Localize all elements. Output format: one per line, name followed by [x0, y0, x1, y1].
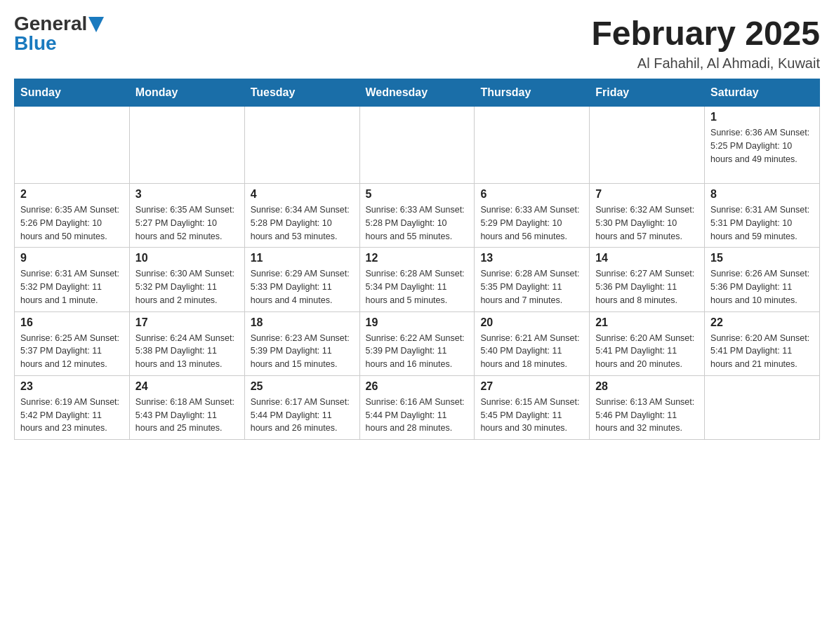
day-number: 25 — [251, 380, 354, 393]
day-number: 7 — [595, 188, 699, 201]
day-info: Sunrise: 6:13 AM Sunset: 5:46 PM Dayligh… — [595, 396, 699, 435]
calendar-day-cell: 26Sunrise: 6:16 AM Sunset: 5:44 PM Dayli… — [359, 375, 475, 439]
day-info: Sunrise: 6:35 AM Sunset: 5:27 PM Dayligh… — [135, 203, 239, 243]
logo: General Blue — [14, 14, 104, 53]
weekday-header-sunday: Sunday — [15, 79, 130, 107]
day-info: Sunrise: 6:28 AM Sunset: 5:34 PM Dayligh… — [366, 267, 469, 307]
calendar-day-cell — [590, 107, 705, 184]
day-number: 24 — [135, 380, 239, 393]
day-info: Sunrise: 6:33 AM Sunset: 5:28 PM Dayligh… — [366, 203, 469, 243]
calendar-day-cell: 16Sunrise: 6:25 AM Sunset: 5:37 PM Dayli… — [15, 311, 130, 375]
calendar-day-cell — [475, 107, 590, 184]
day-number: 6 — [480, 188, 583, 201]
calendar-day-cell: 3Sunrise: 6:35 AM Sunset: 5:27 PM Daylig… — [129, 184, 244, 248]
day-info: Sunrise: 6:29 AM Sunset: 5:33 PM Dayligh… — [251, 267, 354, 307]
day-number: 13 — [480, 252, 583, 264]
calendar-day-cell: 28Sunrise: 6:13 AM Sunset: 5:46 PM Dayli… — [590, 375, 705, 439]
calendar-day-cell: 17Sunrise: 6:24 AM Sunset: 5:38 PM Dayli… — [129, 311, 244, 375]
calendar-day-cell: 13Sunrise: 6:28 AM Sunset: 5:35 PM Dayli… — [475, 248, 590, 311]
day-number: 21 — [595, 316, 699, 329]
day-number: 15 — [710, 252, 814, 264]
day-info: Sunrise: 6:19 AM Sunset: 5:42 PM Dayligh… — [20, 396, 124, 435]
day-number: 17 — [135, 316, 239, 329]
calendar-subtitle: Al Fahahil, Al Ahmadi, Kuwait — [591, 55, 820, 72]
day-info: Sunrise: 6:15 AM Sunset: 5:45 PM Dayligh… — [480, 396, 583, 435]
calendar-day-cell: 23Sunrise: 6:19 AM Sunset: 5:42 PM Dayli… — [15, 375, 130, 439]
calendar-day-cell: 18Sunrise: 6:23 AM Sunset: 5:39 PM Dayli… — [244, 311, 359, 375]
title-area: February 2025 Al Fahahil, Al Ahmadi, Kuw… — [591, 14, 820, 72]
weekday-header-row: SundayMondayTuesdayWednesdayThursdayFrid… — [15, 79, 820, 107]
day-info: Sunrise: 6:27 AM Sunset: 5:36 PM Dayligh… — [595, 267, 699, 307]
day-number: 26 — [366, 380, 469, 393]
day-number: 20 — [480, 316, 583, 329]
calendar-title: February 2025 — [591, 14, 820, 53]
weekday-header-monday: Monday — [129, 79, 244, 107]
calendar-day-cell: 6Sunrise: 6:33 AM Sunset: 5:29 PM Daylig… — [475, 184, 590, 248]
weekday-header-saturday: Saturday — [705, 79, 820, 107]
calendar-day-cell: 8Sunrise: 6:31 AM Sunset: 5:31 PM Daylig… — [705, 184, 820, 248]
weekday-header-wednesday: Wednesday — [359, 79, 475, 107]
calendar-day-cell: 4Sunrise: 6:34 AM Sunset: 5:28 PM Daylig… — [244, 184, 359, 248]
day-info: Sunrise: 6:22 AM Sunset: 5:39 PM Dayligh… — [366, 332, 469, 371]
calendar-day-cell — [359, 107, 475, 184]
calendar-day-cell: 15Sunrise: 6:26 AM Sunset: 5:36 PM Dayli… — [705, 248, 820, 311]
calendar-day-cell: 2Sunrise: 6:35 AM Sunset: 5:26 PM Daylig… — [15, 184, 130, 248]
calendar-header: SundayMondayTuesdayWednesdayThursdayFrid… — [15, 79, 820, 107]
day-info: Sunrise: 6:33 AM Sunset: 5:29 PM Dayligh… — [480, 203, 583, 243]
day-info: Sunrise: 6:36 AM Sunset: 5:25 PM Dayligh… — [710, 126, 814, 166]
day-info: Sunrise: 6:21 AM Sunset: 5:40 PM Dayligh… — [480, 332, 583, 371]
calendar-day-cell: 7Sunrise: 6:32 AM Sunset: 5:30 PM Daylig… — [590, 184, 705, 248]
calendar-week-row: 2Sunrise: 6:35 AM Sunset: 5:26 PM Daylig… — [15, 184, 820, 248]
day-info: Sunrise: 6:32 AM Sunset: 5:30 PM Dayligh… — [595, 203, 699, 243]
day-number: 8 — [710, 188, 814, 201]
day-info: Sunrise: 6:20 AM Sunset: 5:41 PM Dayligh… — [595, 332, 699, 371]
calendar-day-cell: 22Sunrise: 6:20 AM Sunset: 5:41 PM Dayli… — [705, 311, 820, 375]
day-number: 22 — [710, 316, 814, 329]
calendar-day-cell — [705, 375, 820, 439]
day-number: 28 — [595, 380, 699, 393]
day-info: Sunrise: 6:34 AM Sunset: 5:28 PM Dayligh… — [251, 203, 354, 243]
calendar-week-row: 9Sunrise: 6:31 AM Sunset: 5:32 PM Daylig… — [15, 248, 820, 311]
weekday-header-friday: Friday — [590, 79, 705, 107]
calendar-day-cell: 1Sunrise: 6:36 AM Sunset: 5:25 PM Daylig… — [705, 107, 820, 184]
day-number: 27 — [480, 380, 583, 393]
day-number: 2 — [20, 188, 124, 201]
day-info: Sunrise: 6:31 AM Sunset: 5:31 PM Dayligh… — [710, 203, 814, 243]
calendar-week-row: 16Sunrise: 6:25 AM Sunset: 5:37 PM Dayli… — [15, 311, 820, 375]
day-number: 23 — [20, 380, 124, 393]
calendar-day-cell — [129, 107, 244, 184]
day-info: Sunrise: 6:17 AM Sunset: 5:44 PM Dayligh… — [251, 396, 354, 435]
calendar-body: 1Sunrise: 6:36 AM Sunset: 5:25 PM Daylig… — [15, 107, 820, 440]
calendar-day-cell: 19Sunrise: 6:22 AM Sunset: 5:39 PM Dayli… — [359, 311, 475, 375]
calendar-day-cell — [244, 107, 359, 184]
day-number: 3 — [135, 188, 239, 201]
day-number: 5 — [366, 188, 469, 201]
calendar-day-cell: 24Sunrise: 6:18 AM Sunset: 5:43 PM Dayli… — [129, 375, 244, 439]
day-number: 12 — [366, 252, 469, 264]
day-number: 11 — [251, 252, 354, 264]
day-number: 18 — [251, 316, 354, 329]
day-info: Sunrise: 6:18 AM Sunset: 5:43 PM Dayligh… — [135, 396, 239, 435]
page-header: General Blue February 2025 Al Fahahil, A… — [14, 14, 820, 72]
calendar-table: SundayMondayTuesdayWednesdayThursdayFrid… — [14, 79, 820, 440]
calendar-day-cell: 12Sunrise: 6:28 AM Sunset: 5:34 PM Dayli… — [359, 248, 475, 311]
calendar-day-cell: 11Sunrise: 6:29 AM Sunset: 5:33 PM Dayli… — [244, 248, 359, 311]
day-info: Sunrise: 6:24 AM Sunset: 5:38 PM Dayligh… — [135, 332, 239, 371]
logo-triangle-icon — [88, 17, 104, 32]
day-number: 14 — [595, 252, 699, 264]
day-info: Sunrise: 6:16 AM Sunset: 5:44 PM Dayligh… — [366, 396, 469, 435]
calendar-day-cell: 10Sunrise: 6:30 AM Sunset: 5:32 PM Dayli… — [129, 248, 244, 311]
day-info: Sunrise: 6:26 AM Sunset: 5:36 PM Dayligh… — [710, 267, 814, 307]
logo-blue-text: Blue — [14, 34, 57, 53]
calendar-day-cell: 27Sunrise: 6:15 AM Sunset: 5:45 PM Dayli… — [475, 375, 590, 439]
calendar-day-cell: 25Sunrise: 6:17 AM Sunset: 5:44 PM Dayli… — [244, 375, 359, 439]
weekday-header-thursday: Thursday — [475, 79, 590, 107]
day-info: Sunrise: 6:35 AM Sunset: 5:26 PM Dayligh… — [20, 203, 124, 243]
day-info: Sunrise: 6:30 AM Sunset: 5:32 PM Dayligh… — [135, 267, 239, 307]
calendar-day-cell: 20Sunrise: 6:21 AM Sunset: 5:40 PM Dayli… — [475, 311, 590, 375]
calendar-week-row: 1Sunrise: 6:36 AM Sunset: 5:25 PM Daylig… — [15, 107, 820, 184]
day-info: Sunrise: 6:25 AM Sunset: 5:37 PM Dayligh… — [20, 332, 124, 371]
calendar-week-row: 23Sunrise: 6:19 AM Sunset: 5:42 PM Dayli… — [15, 375, 820, 439]
day-number: 19 — [366, 316, 469, 329]
day-info: Sunrise: 6:31 AM Sunset: 5:32 PM Dayligh… — [20, 267, 124, 307]
